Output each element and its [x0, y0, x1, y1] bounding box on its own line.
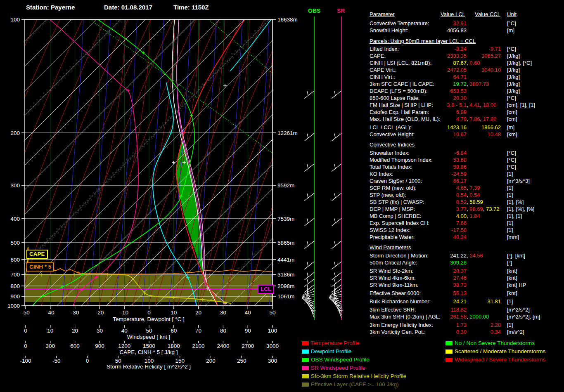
- unit-cell: [°C]: [507, 150, 516, 156]
- legend-swatch: [446, 341, 453, 345]
- wind-barb: [302, 297, 314, 298]
- height-tick-label: 4441m: [277, 257, 294, 263]
- unit-cell: [knt] HP: [507, 282, 526, 288]
- wind-barb-feather: [307, 219, 308, 223]
- sounding-app-window: 10016638m20012261m3009592m4007539m500586…: [0, 0, 564, 392]
- value-lcl-cell: 2333.35: [370, 53, 467, 59]
- windspeed-axis-title: Windspeed [ knt ]: [127, 334, 170, 340]
- data-point-marker: [169, 131, 173, 135]
- table-row: SR Wind Sfc-2km:20.37[knt]: [370, 268, 564, 274]
- value-segment: 309.26: [450, 260, 467, 266]
- wind-barb: [304, 262, 314, 269]
- srh-axis-tick-label: -100: [20, 358, 31, 364]
- table-row: KO Index:-24.59[1]: [370, 171, 564, 177]
- table-row: Precipitable Water:40.24[mm]: [370, 234, 564, 241]
- wind-barb: [304, 279, 314, 286]
- srh-axis-tick-label: 200: [206, 358, 216, 364]
- table-row: Snowfall Height:4056.83[m]: [370, 27, 564, 34]
- srh-axis-title: Storm Relative Helicity [ m^2/s^2 ]: [107, 364, 191, 370]
- unit-cell: [1]: [507, 298, 513, 305]
- value-ccl-cell: 2.28: [467, 322, 501, 328]
- value-lcl-cell: 653.53: [370, 88, 467, 94]
- table-row: CAPE Virt.:2472.053040.10[J/kg]: [370, 67, 564, 73]
- wind-barb-feather: [334, 194, 335, 198]
- value-segment: 3897.73: [469, 81, 489, 87]
- table-row: SWISS 12 Index:-17.58[1]: [370, 227, 564, 234]
- unit-cell: [km]: [507, 131, 517, 137]
- value-segment: 1.84: [469, 213, 480, 219]
- value-extra-cell: , 2000.00: [467, 314, 489, 320]
- table-row: 850-600 Lapse Rate:20.30[°C]: [370, 95, 564, 102]
- legend-label: No / Non Severe Thunderstorms: [455, 340, 535, 346]
- cape-axis-tick-label: 2400: [217, 343, 229, 349]
- table-row: DCP | MMP | MSP:3.77, 98.69, 73.72[1], […: [370, 206, 564, 213]
- unit-cell: [1]: [507, 322, 513, 328]
- value-segment: 4.78: [456, 116, 467, 122]
- table-row: 3km Effective SRH:118.82[m^2/s^2]: [370, 307, 564, 313]
- pressure-tick-label: 800: [10, 283, 20, 289]
- value-segment: 0.34: [491, 329, 501, 335]
- value-segment: 653.53: [450, 88, 467, 94]
- value-segment: 53.68: [453, 157, 467, 163]
- value-extra-cell: , 3897.73: [467, 81, 489, 87]
- value-segment: 4.00: [456, 213, 467, 219]
- value-segment: 58.86: [453, 164, 467, 170]
- value-extra-cell: , 7.39: [467, 185, 480, 191]
- moist-adiabat-gridline: [198, 19, 249, 306]
- convective-temp-reference-line: [209, 19, 273, 73]
- value-segment: 20.30: [453, 95, 467, 101]
- section-header: Wind Parameters: [370, 244, 411, 250]
- value-segment: 19.72: [453, 81, 467, 87]
- value-lcl-cell: 309.26: [370, 260, 467, 266]
- value-segment: -24.59: [451, 171, 467, 177]
- wind-barb-feather: [307, 134, 308, 138]
- table-row: Bulk Richardson Number:24.2131.81[1]: [370, 298, 564, 305]
- mixing-ratio-gridline: [221, 19, 242, 306]
- value-lcl-cell: 0.30: [370, 329, 467, 335]
- value-lcl-cell: 32.91: [370, 20, 467, 26]
- table-row: 500m Critical Angle:309.26[°]: [370, 260, 564, 266]
- cinh-annotation-box: CINH * 5: [26, 262, 54, 272]
- unit-cell: [°C]: [507, 46, 516, 52]
- unit-cell: [J/kg]: [507, 53, 520, 59]
- value-lcl-cell: 24.21: [370, 298, 467, 305]
- table-row: 3km SFC CAPE | IL CAPE:19.72, 3897.73[J/…: [370, 81, 564, 87]
- value-lcl-cell: 27.46: [370, 275, 467, 281]
- wind-barb: [304, 91, 314, 98]
- value-ccl-cell: 31.81: [467, 298, 501, 305]
- value-segment: 10.48: [487, 131, 501, 137]
- table-row: Estofex Exp. Hail Param:6.89[cm]: [370, 109, 564, 116]
- moist-adiabat-gridline: [297, 19, 348, 306]
- value-segment: 17.80: [483, 116, 497, 122]
- unit-cell: [knt]: [507, 290, 517, 296]
- value-segment: 1866.62: [481, 124, 501, 130]
- cape-axis-tick-label: 3000: [266, 343, 279, 349]
- value-lcl-cell: -8.24: [370, 46, 467, 52]
- column-header-value-ccl: Value CCL: [475, 11, 500, 17]
- unit-cell: [°]: [507, 260, 512, 266]
- wind-barb-feather: [307, 194, 308, 198]
- cape-axis-tick-label: 600: [70, 343, 80, 349]
- table-row: SR Wind 4km-6km:27.46[knt]: [370, 275, 564, 281]
- value-ccl-cell: 10.48: [467, 131, 501, 137]
- value-lcl-cell: -6.84: [370, 150, 467, 156]
- legend-swatch: [302, 374, 309, 378]
- windspeed-axis-tick-label: 80: [220, 328, 226, 334]
- value-lcl-cell: 38.73: [370, 282, 467, 288]
- obs-column-label: OBS: [308, 7, 320, 14]
- temperature-axis-tick-label: 20: [195, 309, 201, 316]
- unit-cell: [m/s^2]: [507, 329, 524, 335]
- unit-cell: [knt]: [507, 268, 517, 274]
- parameter-table: ParameterValue LCLValue CCLUnitConvectiv…: [370, 0, 564, 342]
- wind-barb: [332, 262, 341, 269]
- table-row: CAPE:2333.353065.27[J/kg]: [370, 53, 564, 59]
- value-extra-cell: , 1.84: [467, 213, 480, 219]
- legend-swatch: [302, 358, 309, 362]
- legend-label: Dewpoint Profile: [311, 348, 351, 354]
- wind-barb: [304, 133, 314, 141]
- data-point-marker: [190, 114, 193, 117]
- pressure-tick-label: 600: [10, 257, 20, 263]
- temperature-axis-tick-label: -40: [46, 309, 55, 316]
- value-segment: 31.81: [487, 298, 501, 305]
- unit-cell: [1], [%]: [507, 199, 524, 205]
